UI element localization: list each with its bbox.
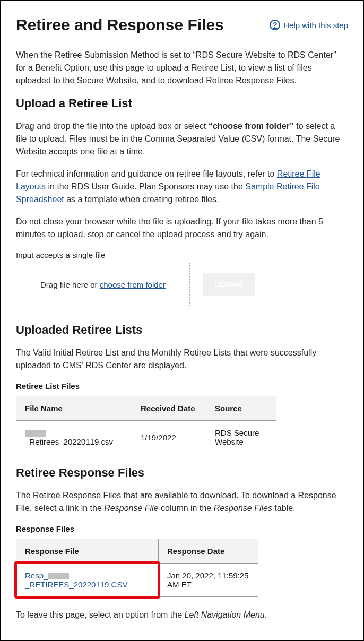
text-run: Drag file here or xyxy=(40,280,100,289)
cell-file-name: _Retirees_20220119.csv xyxy=(16,421,132,454)
cell-response-date: Jan 20, 2022, 11:59:25 AM ET xyxy=(159,564,258,597)
response-desc: The Retiree Response Files that are avai… xyxy=(16,489,348,515)
retiree-list-caption: Retiree List Files xyxy=(16,382,348,391)
text-run: . xyxy=(265,610,267,619)
upload-instructions-2: For technical information and guidance o… xyxy=(16,168,348,206)
footer-note: To leave this page, select an option fro… xyxy=(16,609,348,621)
col-received-date: Received Date xyxy=(132,396,206,421)
uploaded-desc: The Valid Initial Retiree List and the M… xyxy=(16,347,348,372)
col-file-name: File Name xyxy=(16,396,132,421)
help-icon: ? xyxy=(270,20,280,30)
help-link-label: Help with this step xyxy=(283,21,348,30)
cell-source: RDS Secure Website xyxy=(206,421,276,454)
uploaded-heading: Uploaded Retiree Lists xyxy=(16,323,348,337)
redacted-block xyxy=(25,430,46,437)
help-with-step-link[interactable]: ? Help with this step xyxy=(270,20,348,30)
table-row: Resp__RETIREES_20220119.CSV Jan 20, 2022… xyxy=(16,564,258,597)
intro-paragraph: When the Retiree Submission Method is se… xyxy=(16,49,348,87)
text-italic: Response Files xyxy=(214,504,272,513)
redacted-block xyxy=(48,573,69,579)
page-header: Retiree and Response Files ? Help with t… xyxy=(16,16,348,34)
response-heading: Retiree Response Files xyxy=(16,466,348,480)
upload-input-label: Input accepts a single file xyxy=(16,250,348,259)
file-name-suffix: _Retirees_20220119.csv xyxy=(25,437,113,446)
link-suffix: _RETIREES_20220119.CSV xyxy=(25,580,127,589)
link-prefix: Resp_ xyxy=(25,571,48,580)
text-run: For technical information and guidance o… xyxy=(16,169,277,178)
text-run: column in the xyxy=(159,504,214,513)
upload-instructions-3: Do not close your browser while the file… xyxy=(16,215,348,241)
col-response-file: Response File xyxy=(16,539,159,564)
choose-from-folder-link[interactable]: choose from folder xyxy=(100,280,166,289)
text-run: Drag and drop the file into the upload b… xyxy=(16,122,209,131)
text-run: as a template when creating retiree file… xyxy=(64,195,219,204)
text-italic: Left Navigation Menu xyxy=(185,610,265,619)
response-files-caption: Response Files xyxy=(16,524,348,533)
upload-button[interactable]: Upload xyxy=(203,273,255,296)
response-files-table: Response File Response Date Resp__RETIRE… xyxy=(16,539,258,597)
text-run: in the RDS User Guide. Plan Sponsors may… xyxy=(46,182,245,191)
choose-from-folder-bold: “choose from folder” xyxy=(209,122,294,131)
dropzone-text: Drag file here or choose from folder xyxy=(40,280,166,289)
text-run: To leave this page, select an option fro… xyxy=(16,610,185,619)
retiree-list-table: File Name Received Date Source _Retirees… xyxy=(16,396,276,454)
text-italic: Response File xyxy=(104,504,158,513)
upload-instructions-1: Drag and drop the file into the upload b… xyxy=(16,120,348,158)
text-run: table. xyxy=(272,504,296,513)
upload-heading: Upload a Retiree List xyxy=(16,97,348,110)
col-response-date: Response Date xyxy=(159,539,258,564)
cell-response-file: Resp__RETIREES_20220119.CSV xyxy=(16,564,159,597)
page-title: Retiree and Response Files xyxy=(16,16,224,34)
col-source: Source xyxy=(206,396,276,421)
cell-received-date: 1/19/2022 xyxy=(132,421,206,454)
response-file-link[interactable]: Resp__RETIREES_20220119.CSV xyxy=(25,571,127,589)
file-dropzone[interactable]: Drag file here or choose from folder xyxy=(16,263,190,306)
table-row: _Retirees_20220119.csv 1/19/2022 RDS Sec… xyxy=(16,421,276,454)
